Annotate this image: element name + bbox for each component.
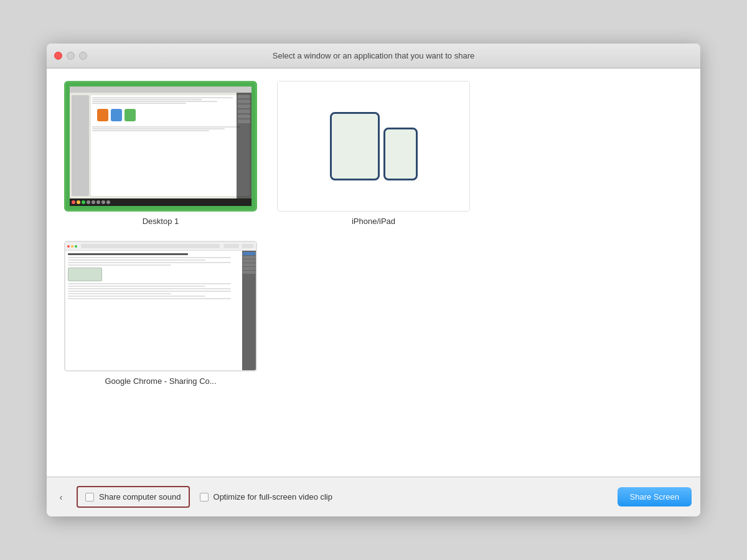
titlebar: Select a window or an application that y…	[47, 44, 700, 68]
optimize-label: Optimize for full-screen video clip	[214, 492, 332, 502]
chrome-label: Google Chrome - Sharing Co...	[105, 376, 216, 386]
ipad-shape	[330, 112, 380, 180]
main-window: Select a window or an application that y…	[47, 44, 700, 516]
optimize-checkbox[interactable]	[200, 493, 209, 502]
desktop1-thumbnail[interactable]	[64, 81, 257, 212]
share-sound-box[interactable]: Share computer sound	[77, 486, 190, 508]
share-sound-label: Share computer sound	[99, 492, 181, 502]
minimize-button[interactable]	[67, 52, 75, 60]
window-title: Select a window or an application that y…	[273, 51, 474, 60]
iphone-ipad-card[interactable]: iPhone/iPad	[275, 81, 472, 226]
desktop1-label: Desktop 1	[143, 217, 179, 226]
iphone-ipad-label: iPhone/iPad	[352, 217, 395, 226]
desktop1-preview	[70, 86, 251, 206]
traffic-lights	[54, 52, 87, 60]
chrome-card[interactable]: Google Chrome - Sharing Co...	[62, 241, 260, 386]
content-area: Desktop 1 iPhone/iPad	[47, 68, 700, 477]
share-sound-checkbox[interactable]	[85, 493, 94, 502]
share-screen-button[interactable]: Share Screen	[618, 487, 692, 506]
iphone-ipad-icon	[278, 82, 469, 211]
maximize-button[interactable]	[79, 52, 87, 60]
left-arrow-icon[interactable]: ‹	[55, 492, 67, 503]
chrome-thumbnail-wrapper[interactable]	[64, 241, 257, 371]
bottom-bar: ‹ Share computer sound Optimize for full…	[47, 477, 700, 516]
close-button[interactable]	[54, 52, 62, 60]
iphone-ipad-thumbnail[interactable]	[277, 81, 470, 212]
optimize-box[interactable]: Optimize for full-screen video clip	[200, 492, 332, 502]
iphone-shape	[383, 128, 418, 180]
chrome-preview	[65, 241, 256, 371]
desktop1-card[interactable]: Desktop 1	[62, 81, 260, 226]
